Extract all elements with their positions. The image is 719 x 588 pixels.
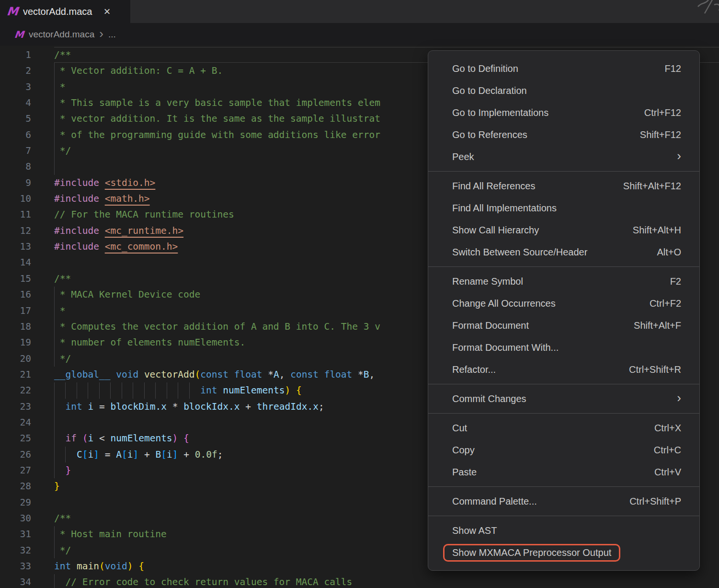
line-number: 22 [0, 382, 31, 398]
menu-item-find-all-references[interactable]: Find All ReferencesShift+Alt+F12 [428, 175, 699, 197]
close-tab-icon[interactable]: × [103, 6, 110, 17]
menu-item-format-document-with[interactable]: Format Document With... [428, 336, 699, 358]
line-number: 12 [0, 223, 31, 239]
menu-item-shortcut: Shift+Alt+F12 [623, 181, 681, 192]
menu-item-label: Paste [452, 467, 654, 478]
tab-vectoradd-maca[interactable]: M vectorAdd.maca × [0, 0, 130, 23]
menu-item-shortcut: Shift+F12 [640, 129, 681, 140]
line-number: 17 [0, 303, 31, 319]
line-number: 16 [0, 287, 31, 302]
line-number: 30 [0, 510, 31, 526]
menu-item-show-mxmaca-preprocessor-output[interactable]: Show MXMACA Preprocessor Output [428, 542, 699, 564]
menu-separator [428, 384, 699, 384]
maca-file-icon: M [6, 6, 19, 17]
line-number: 32 [0, 542, 31, 558]
menu-item-go-to-implementations[interactable]: Go to ImplementationsCtrl+F12 [428, 102, 699, 124]
line-number: 9 [0, 175, 31, 191]
menu-item-go-to-references[interactable]: Go to ReferencesShift+F12 [428, 124, 699, 146]
menu-item-switch-between-source-header[interactable]: Switch Between Source/HeaderAlt+O [428, 241, 699, 263]
menu-item-shortcut: Ctrl+Shift+R [629, 364, 681, 375]
menu-item-label: Find All References [452, 181, 623, 192]
menu-item-cut[interactable]: CutCtrl+X [428, 417, 699, 439]
chevron-right-icon: › [99, 27, 103, 42]
line-number: 15 [0, 271, 31, 287]
line-number: 19 [0, 334, 31, 350]
line-number: 33 [0, 558, 31, 574]
menu-item-command-palette[interactable]: Command Palette...Ctrl+Shift+P [428, 490, 699, 512]
menu-item-go-to-definition[interactable]: Go to DefinitionF12 [428, 58, 699, 80]
menu-item-label: Find All Implementations [452, 203, 681, 214]
line-number: 4 [0, 95, 31, 111]
menu-item-show-ast[interactable]: Show AST [428, 519, 699, 542]
menu-item-find-all-implementations[interactable]: Find All Implementations [428, 197, 699, 219]
corner-scribble-icon [695, 0, 719, 21]
line-number: 21 [0, 367, 31, 382]
menu-item-label: Go to Implementations [452, 107, 644, 118]
menu-item-shortcut: Ctrl+F12 [644, 107, 681, 118]
line-number: 34 [0, 574, 31, 588]
menu-item-label: Refactor... [452, 364, 629, 375]
tab-bar: M vectorAdd.maca × [0, 0, 719, 23]
menu-separator [428, 171, 699, 172]
menu-item-label: Format Document With... [452, 342, 681, 353]
line-number: 2 [0, 63, 31, 79]
tab-label: vectorAdd.maca [23, 6, 92, 17]
menu-item-shortcut: Ctrl+Shift+P [629, 496, 681, 507]
line-number: 28 [0, 478, 31, 494]
menu-item-label: Format Document [452, 320, 634, 331]
menu-item-label: Command Palette... [452, 496, 629, 507]
menu-item-show-call-hierarchy[interactable]: Show Call HierarchyShift+Alt+H [428, 219, 699, 241]
line-number: 1 [0, 47, 31, 63]
line-number: 11 [0, 207, 31, 222]
menu-item-shortcut: Ctrl+V [654, 467, 681, 478]
line-number: 23 [0, 399, 31, 415]
menu-item-go-to-declaration[interactable]: Go to Declaration [428, 80, 699, 102]
menu-item-shortcut: Ctrl+F2 [650, 298, 681, 309]
breadcrumb-more[interactable]: ... [108, 29, 116, 40]
editor-context-menu: Go to DefinitionF12Go to DeclarationGo t… [428, 50, 700, 571]
menu-item-commit-changes[interactable]: Commit Changes› [428, 388, 699, 410]
menu-separator [428, 516, 699, 516]
menu-item-format-document[interactable]: Format DocumentShift+Alt+F [428, 314, 699, 336]
line-number: 10 [0, 191, 31, 207]
menu-item-label: Peek [452, 151, 677, 162]
line-number: 29 [0, 495, 31, 510]
menu-item-shortcut: Alt+O [657, 247, 681, 258]
menu-item-label: Change All Occurrences [452, 298, 650, 309]
annotation-highlight-box: Show MXMACA Preprocessor Output [443, 544, 620, 562]
menu-item-shortcut: Shift+Alt+F [634, 320, 681, 331]
line-number: 20 [0, 351, 31, 367]
line-number: 27 [0, 462, 31, 478]
menu-item-peek[interactable]: Peek› [428, 146, 699, 168]
line-number: 26 [0, 447, 31, 462]
menu-item-change-all-occurrences[interactable]: Change All OccurrencesCtrl+F2 [428, 292, 699, 314]
line-number: 14 [0, 254, 31, 270]
maca-file-icon: M [14, 30, 24, 39]
menu-item-label: Go to Definition [452, 63, 665, 74]
line-number: 18 [0, 319, 31, 334]
menu-item-paste[interactable]: PasteCtrl+V [428, 461, 699, 483]
line-number: 3 [0, 79, 31, 95]
breadcrumb: M vectorAdd.maca › ... [0, 23, 719, 46]
line-number: 6 [0, 127, 31, 143]
code-line[interactable]: 34 // Error code to check return values … [0, 574, 719, 588]
menu-item-label: Switch Between Source/Header [452, 247, 657, 258]
menu-item-label: Show Call Hierarchy [452, 225, 633, 236]
menu-item-rename-symbol[interactable]: Rename SymbolF2 [428, 270, 699, 292]
line-number: 13 [0, 239, 31, 254]
menu-item-label: Copy [452, 445, 654, 456]
menu-item-copy[interactable]: CopyCtrl+C [428, 439, 699, 461]
menu-item-label: Go to References [452, 129, 640, 140]
breadcrumb-file[interactable]: vectorAdd.maca [29, 29, 94, 40]
submenu-chevron-icon: › [677, 150, 681, 164]
menu-item-label: Show MXMACA Preprocessor Output [452, 544, 681, 562]
menu-item-label: Cut [452, 423, 654, 434]
menu-item-refactor[interactable]: Refactor...Ctrl+Shift+R [428, 358, 699, 380]
menu-item-label: Commit Changes [452, 393, 677, 404]
line-number: 25 [0, 430, 31, 446]
line-number: 7 [0, 143, 31, 159]
line-number: 5 [0, 111, 31, 127]
menu-item-shortcut: Shift+Alt+H [633, 225, 681, 236]
submenu-chevron-icon: › [677, 392, 681, 406]
menu-separator [428, 413, 699, 414]
